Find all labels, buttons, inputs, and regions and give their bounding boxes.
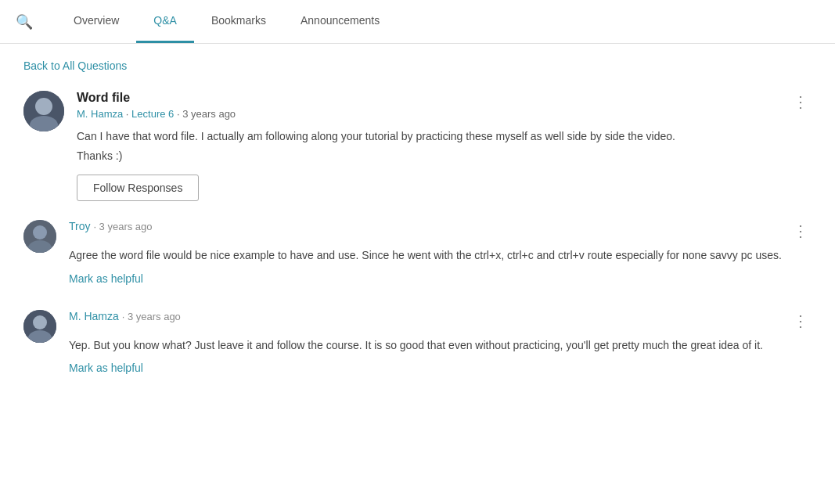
question-content: Word file M. Hamza · Lecture 6 · 3 years…	[77, 91, 812, 201]
reply-2-mark-helpful-button[interactable]: Mark as helpful	[69, 362, 143, 374]
page-body: Back to All Questions Word file M. Hamza…	[0, 44, 835, 415]
question-lecture-link[interactable]: Lecture 6	[131, 108, 174, 120]
question-avatar	[23, 91, 64, 131]
reply-1-author: Troy	[69, 220, 90, 232]
reply-1-body: Agree the word file would be nice exampl…	[69, 247, 812, 264]
reply-2-time: · 3 years ago	[122, 311, 181, 322]
tab-bookmarks[interactable]: Bookmarks	[194, 0, 283, 43]
nav-tabs: Overview Q&A Bookmarks Announcements	[56, 0, 397, 43]
question-header: Word file M. Hamza · Lecture 6 · 3 years…	[77, 91, 812, 128]
reply-2-more-menu-button[interactable]: ⋮	[790, 310, 812, 332]
question-author-link[interactable]: M. Hamza	[77, 108, 123, 120]
reply-1-time: · 3 years ago	[93, 221, 152, 232]
reply-1-more-menu-button[interactable]: ⋮	[790, 220, 812, 242]
follow-responses-button[interactable]: Follow Responses	[77, 175, 199, 201]
top-nav: 🔍 Overview Q&A Bookmarks Announcements	[0, 0, 835, 44]
svg-point-1	[35, 98, 52, 115]
question-more-menu-button[interactable]: ⋮	[790, 91, 812, 113]
reply-2-avatar	[23, 310, 56, 343]
search-icon[interactable]: 🔍	[16, 13, 33, 31]
reply-2-header: M. Hamza · 3 years ago ⋮	[69, 310, 812, 332]
svg-point-4	[33, 225, 47, 239]
question-thanks-text: Thanks :)	[77, 149, 812, 162]
reply-2-content: M. Hamza · 3 years ago ⋮ Yep. But you kn…	[69, 310, 812, 374]
reply-1-content: Troy · 3 years ago ⋮ Agree the word file…	[69, 220, 812, 284]
question-lecture: ·	[126, 108, 131, 120]
question-body-text: Can I have that word file. I actually am…	[77, 128, 812, 145]
tab-qa[interactable]: Q&A	[136, 0, 194, 43]
tab-announcements[interactable]: Announcements	[283, 0, 397, 43]
reply-1-avatar	[23, 220, 56, 253]
replies-section: Troy · 3 years ago ⋮ Agree the word file…	[23, 220, 812, 380]
back-to-all-questions-link[interactable]: Back to All Questions	[23, 59, 127, 72]
question-title: Word file	[77, 91, 236, 105]
reply-1-mark-helpful-button[interactable]: Mark as helpful	[69, 272, 143, 285]
svg-point-7	[33, 315, 47, 329]
question-block: Word file M. Hamza · Lecture 6 · 3 years…	[23, 91, 812, 201]
reply-item: Troy · 3 years ago ⋮ Agree the word file…	[23, 220, 812, 290]
reply-2-body: Yep. But you know what? Just leave it an…	[69, 337, 812, 354]
tab-overview[interactable]: Overview	[56, 0, 136, 43]
question-time: · 3 years ago	[177, 108, 236, 120]
reply-1-header: Troy · 3 years ago ⋮	[69, 220, 812, 242]
question-meta: M. Hamza · Lecture 6 · 3 years ago	[77, 108, 236, 120]
reply-item: M. Hamza · 3 years ago ⋮ Yep. But you kn…	[23, 310, 812, 380]
reply-2-author: M. Hamza	[69, 310, 119, 322]
